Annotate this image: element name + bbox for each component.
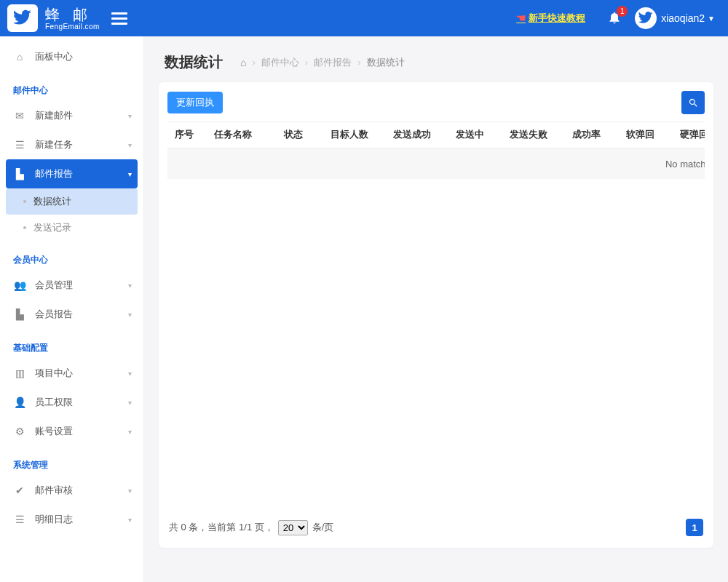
sidebar-item-label: 新建任务 [35,138,73,151]
breadcrumb: ⌂ › 邮件中心 › 邮件报告 › 数据统计 [240,56,405,69]
sidebar-item-label: 发送记录 [33,221,71,234]
pagination: 共 0 条，当前第 1/1 页， 20 条/页 1 [167,511,705,536]
user-menu[interactable]: xiaoqian2 ▼ [635,7,715,29]
menu-toggle-icon[interactable] [111,9,127,28]
data-table: 序号任务名称状态目标人数发送成功发送中发送失败成功率软弹回硬弹回提交操作 No … [167,122,705,179]
bird-icon [638,10,654,26]
table-header-cell[interactable]: 序号 [167,129,207,141]
sidebar-subitem-stats[interactable]: 数据统计 [6,188,138,215]
sidebar-item-member-report[interactable]: ▙ 会员报告 [0,300,143,329]
home-icon: ⌂ [12,51,28,63]
notification-badge: 1 [617,6,628,17]
sidebar-subitem-sendlog[interactable]: 发送记录 [0,215,143,241]
chevron-down-icon: ▼ [708,15,715,23]
table-header-cell[interactable]: 目标人数 [323,129,386,141]
page-header: 数据统计 ⌂ › 邮件中心 › 邮件报告 › 数据统计 [144,36,728,82]
brand-name-en: FengEmail.com [45,23,100,31]
users-icon: 👥 [12,279,28,291]
sidebar-item-label: 会员管理 [35,279,73,292]
sidebar-item-label: 会员报告 [35,308,73,321]
brand-logo[interactable]: 蜂 邮 FengEmail.com [7,0,100,36]
table-scroll[interactable]: 序号任务名称状态目标人数发送成功发送中发送失败成功率软弹回硬弹回提交操作 No … [167,121,705,511]
tutorial-link[interactable]: ☚ 新手快速教程 [516,12,585,25]
envelope-icon: ✉ [12,110,28,121]
data-card: 更新回执 序号任务名称状态目标人数发送成功发送中发送失败成功率软弹回硬弹回提交操… [159,82,713,548]
table-header-row: 序号任务名称状态目标人数发送成功发送中发送失败成功率软弹回硬弹回提交操作 [167,122,705,148]
table-header-cell[interactable]: 硬弹回 [673,129,705,141]
chart-icon: ▙ [12,308,28,320]
pointer-icon: ☚ [516,12,526,25]
card-toolbar: 更新回执 [167,91,705,114]
table-header-cell[interactable]: 软弹回 [619,129,673,141]
table-header-cell[interactable]: 成功率 [565,129,619,141]
dot-icon [23,200,26,203]
breadcrumb-item[interactable]: 邮件中心 [261,56,299,69]
table-header-cell[interactable]: 发送中 [448,129,502,141]
table-header-cell[interactable]: 任务名称 [207,129,277,141]
table-header-cell[interactable]: 发送成功 [386,129,448,141]
sidebar-item-dashboard[interactable]: ⌂ 面板中心 [0,42,143,71]
table-empty-row: No matching records found [167,148,705,179]
sidebar-group-member: 会员中心 [0,241,143,271]
sidebar-item-review[interactable]: ✔ 邮件审核 [0,476,143,505]
brand-mark [7,4,38,32]
sidebar-nav: ⌂ 面板中心 邮件中心 ✉ 新建邮件 ☰ 新建任务 ▙ 邮件报告 数据统计 发送… [0,36,144,582]
top-bar: 蜂 邮 FengEmail.com ☚ 新手快速教程 1 xiaoqian2 ▼ [0,0,728,36]
sidebar-item-label: 项目中心 [35,367,73,380]
sidebar-item-member-manage[interactable]: 👥 会员管理 [0,271,143,300]
sidebar-item-label: 邮件审核 [35,484,73,497]
sidebar-item-log[interactable]: ☰ 明细日志 [0,505,143,534]
list-icon: ☰ [12,514,28,525]
sidebar-item-label: 新建邮件 [35,109,73,122]
sidebar-item-new-mail[interactable]: ✉ 新建邮件 [0,101,143,130]
dot-icon [23,226,26,229]
list-icon: ☰ [12,139,28,151]
table-header-cell[interactable]: 状态 [277,129,323,141]
sidebar-item-mail-report[interactable]: ▙ 邮件报告 [6,159,138,188]
bird-icon [12,8,33,28]
sidebar-item-account[interactable]: ⚙ 账号设置 [0,417,143,446]
sidebar-item-label: 数据统计 [33,195,71,208]
breadcrumb-item[interactable]: 邮件报告 [314,56,352,69]
gear-icon: ⚙ [12,426,28,437]
table-header-cell[interactable]: 发送失败 [502,129,565,141]
avatar [635,7,657,29]
page-title: 数据统计 [165,52,223,72]
user-name: xiaoqian2 [661,12,705,24]
search-button[interactable] [681,91,705,114]
chevron-right-icon: › [252,57,255,68]
chevron-right-icon: › [357,57,360,68]
tutorial-link-label: 新手快速教程 [529,12,585,25]
sidebar-item-label: 账号设置 [35,425,73,438]
chevron-right-icon: › [305,57,308,68]
brand-name-cn: 蜂 邮 [45,7,100,23]
pager-suffix: 条/页 [312,521,334,534]
sidebar-group-system: 系统管理 [0,446,143,476]
notification-bell[interactable]: 1 [607,10,622,27]
search-icon [688,97,699,108]
sidebar-item-label: 面板中心 [35,50,73,63]
chart-icon: ▙ [12,168,28,180]
check-icon: ✔ [12,485,28,496]
home-icon[interactable]: ⌂ [240,57,246,68]
breadcrumb-item-current: 数据统计 [367,56,405,69]
main-content: 数据统计 ⌂ › 邮件中心 › 邮件报告 › 数据统计 更新回执 序号任务名称状… [144,36,728,582]
page-indicator[interactable]: 1 [686,519,703,536]
sidebar-item-new-task[interactable]: ☰ 新建任务 [0,130,143,159]
building-icon: ▥ [12,367,28,379]
sidebar-item-staff[interactable]: 👤 员工权限 [0,388,143,417]
sidebar-item-label: 邮件报告 [35,167,73,180]
pager-summary: 共 0 条，当前第 1/1 页， [169,521,274,534]
brand-text: 蜂 邮 FengEmail.com [45,7,100,31]
sidebar-group-mail: 邮件中心 [0,71,143,101]
sidebar-item-label: 员工权限 [35,396,73,409]
sidebar-item-label: 明细日志 [35,513,73,526]
update-receipt-button[interactable]: 更新回执 [167,92,223,113]
sidebar-group-base: 基础配置 [0,329,143,359]
sidebar-item-project[interactable]: ▥ 项目中心 [0,359,143,388]
user-lock-icon: 👤 [12,396,28,408]
page-size-select[interactable]: 20 [278,520,308,535]
